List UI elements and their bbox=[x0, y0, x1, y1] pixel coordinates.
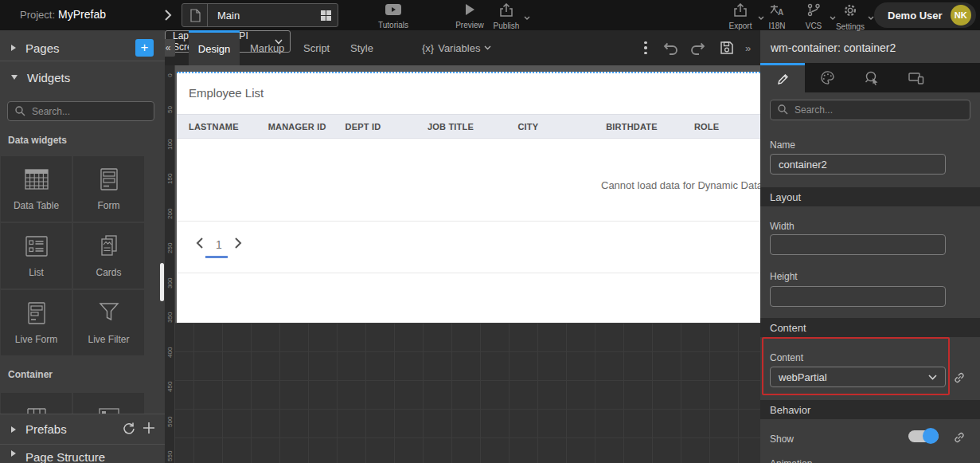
widget-tile-data-table[interactable]: Data Table bbox=[1, 156, 72, 222]
bind-show-icon[interactable] bbox=[953, 431, 966, 447]
gear-icon bbox=[843, 3, 857, 21]
redo-icon bbox=[689, 40, 707, 56]
tab-script[interactable]: Script bbox=[303, 30, 330, 65]
export-button[interactable]: Export bbox=[721, 3, 759, 30]
widget-tile-form[interactable]: Form bbox=[73, 156, 144, 222]
datatable-header-row: LASTNAME MANAGER ID DEPT ID JOB TITLE CI… bbox=[177, 114, 760, 139]
sidebar-section-widgets[interactable]: Widgets bbox=[0, 61, 165, 93]
expand-right-panel-button[interactable]: » bbox=[745, 30, 751, 65]
sidebar-section-prefabs[interactable]: Prefabs bbox=[0, 414, 165, 444]
previous-page-icon[interactable] bbox=[195, 237, 204, 253]
column-header[interactable]: DEPT ID bbox=[346, 122, 428, 131]
list-icon bbox=[23, 234, 50, 261]
height-input[interactable] bbox=[770, 286, 946, 307]
tab-design[interactable]: Design bbox=[189, 30, 240, 65]
branch-icon bbox=[806, 3, 821, 20]
widgets-search-input[interactable] bbox=[7, 101, 154, 121]
avatar: NK bbox=[951, 5, 971, 26]
name-input[interactable] bbox=[770, 154, 946, 175]
canvas-ruler: 0 50 100 150 200 250 300 350 400 450 500… bbox=[165, 65, 175, 463]
widget-tile-list[interactable]: List bbox=[1, 223, 72, 288]
next-page-icon[interactable] bbox=[234, 237, 243, 253]
column-header[interactable]: LASTNAME bbox=[189, 122, 268, 131]
design-canvas: 0 50 100 150 200 250 300 350 400 450 500… bbox=[165, 65, 760, 463]
tab-properties[interactable] bbox=[760, 63, 805, 92]
properties-search bbox=[770, 100, 970, 120]
palette-icon bbox=[820, 71, 835, 84]
tutorials-button[interactable]: Tutorials bbox=[374, 3, 412, 29]
i18n-button[interactable]: A I18N bbox=[761, 3, 793, 30]
preview-icon bbox=[463, 3, 476, 19]
undo-button[interactable] bbox=[662, 30, 679, 65]
data-table-icon bbox=[23, 167, 50, 194]
layout-grid-icon bbox=[23, 404, 50, 414]
column-header[interactable]: MANAGER ID bbox=[268, 122, 346, 131]
content-select[interactable]: webPartial bbox=[770, 367, 946, 387]
sidebar-section-pages[interactable]: Pages + bbox=[0, 35, 165, 61]
tab-events[interactable] bbox=[849, 63, 894, 92]
column-header[interactable]: ROLE bbox=[694, 122, 760, 131]
bind-content-icon[interactable] bbox=[953, 371, 966, 387]
column-header[interactable]: JOB TITLE bbox=[428, 122, 518, 131]
toggle-knob bbox=[923, 428, 939, 444]
height-label: Height bbox=[770, 271, 798, 282]
sidebar-scrollbar[interactable] bbox=[160, 263, 164, 301]
inspector-tabs bbox=[760, 63, 980, 92]
widget-tile-live-form[interactable]: Live Form bbox=[1, 290, 72, 355]
show-toggle[interactable] bbox=[908, 430, 939, 442]
left-sidebar: Pages + Widgets Data widgets bbox=[0, 30, 165, 463]
widget-tile-container[interactable] bbox=[73, 393, 144, 414]
cursor-search-icon bbox=[865, 71, 880, 85]
user-menu[interactable]: Demo User NK bbox=[874, 2, 976, 28]
grid-view-icon[interactable] bbox=[321, 10, 331, 21]
section-label-container: Container bbox=[8, 369, 165, 380]
widget-tile-live-filter[interactable]: Live Filter bbox=[73, 290, 144, 355]
chevron-down-icon bbox=[524, 9, 530, 23]
top-bar: Project:MyPrefab Main Tutorials Preview bbox=[0, 0, 980, 30]
tab-devices[interactable] bbox=[894, 63, 939, 92]
redo-button[interactable] bbox=[689, 30, 707, 65]
column-header[interactable]: BIRTHDATE bbox=[606, 122, 694, 131]
save-button[interactable] bbox=[719, 30, 735, 65]
properties-search-input[interactable] bbox=[770, 100, 970, 120]
inspector-title-bar: wm-container: container2 bbox=[760, 32, 980, 63]
pencil-icon bbox=[776, 73, 790, 86]
refresh-icon[interactable] bbox=[122, 422, 135, 437]
tab-style[interactable]: Style bbox=[350, 30, 373, 65]
column-header[interactable]: CITY bbox=[517, 122, 606, 131]
page-tab-main[interactable]: Main bbox=[182, 3, 338, 27]
more-options-button[interactable] bbox=[642, 30, 650, 65]
form-icon bbox=[96, 167, 123, 194]
section-content[interactable]: Content bbox=[760, 318, 980, 337]
chevron-right-icon[interactable] bbox=[164, 9, 172, 25]
widget-tile-layout-grid[interactable] bbox=[1, 393, 72, 414]
live-filter-icon bbox=[96, 301, 123, 328]
datatable-title: Employee List bbox=[189, 86, 264, 100]
add-page-button[interactable]: + bbox=[135, 39, 154, 57]
name-label: Name bbox=[770, 139, 795, 151]
section-layout[interactable]: Layout bbox=[760, 187, 980, 206]
animation-label: Animation bbox=[770, 458, 812, 463]
widget-tile-cards[interactable]: Cards bbox=[73, 223, 144, 288]
collapsed-arrow-icon bbox=[11, 45, 16, 51]
search-icon bbox=[14, 105, 25, 120]
page-preview[interactable]: Employee List LASTNAME MANAGER ID DEPT I… bbox=[177, 72, 760, 323]
divider bbox=[177, 273, 760, 273]
sidebar-section-page-structure[interactable]: Page Structure bbox=[0, 444, 165, 463]
variables-icon: {x} bbox=[422, 42, 434, 54]
live-form-icon bbox=[23, 301, 50, 328]
search-icon bbox=[777, 104, 788, 118]
tab-styles[interactable] bbox=[805, 63, 849, 92]
cards-icon bbox=[96, 234, 123, 261]
width-input[interactable] bbox=[770, 234, 946, 255]
preview-button[interactable]: Preview bbox=[451, 3, 489, 29]
section-behavior[interactable]: Behavior bbox=[760, 400, 980, 419]
content-label: Content bbox=[770, 352, 803, 363]
publish-button[interactable]: Publish bbox=[487, 3, 525, 30]
page-number[interactable]: 1 bbox=[213, 238, 225, 251]
tab-markup[interactable]: Markup bbox=[250, 30, 284, 65]
add-prefab-icon[interactable] bbox=[143, 422, 155, 437]
vcs-button[interactable]: VCS bbox=[796, 3, 831, 30]
variables-menu[interactable]: {x} Variables bbox=[422, 30, 491, 65]
settings-button[interactable]: Settings bbox=[831, 3, 869, 31]
